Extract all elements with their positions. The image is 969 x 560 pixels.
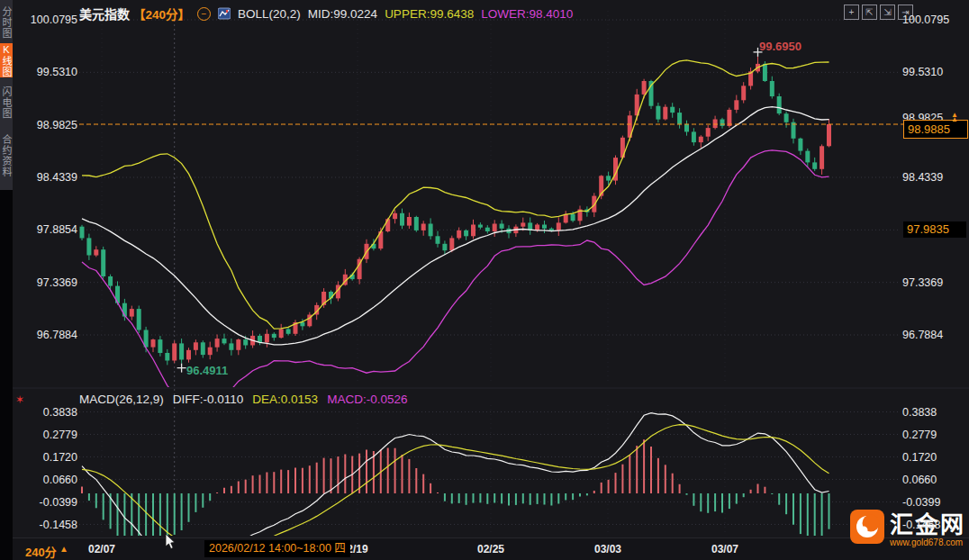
sidebar-gutter: [0, 190, 13, 560]
mouse-cursor: [165, 534, 177, 551]
bottom-period-label[interactable]: 240分: [25, 543, 57, 560]
chart-app: 分时图 K线图 闪电图 合约资料 美元指数 【240分】 − BOLL(20,2…: [0, 0, 969, 560]
boll-label: BOLL(20,2): [238, 7, 301, 21]
macd-axis-label-left: 0.0660: [13, 474, 77, 486]
y-axis-label-left: 99.5310: [13, 66, 77, 78]
zoom-axis-left-icon[interactable]: ⇱: [862, 5, 877, 20]
macd-axis-label-right: 0.0660: [902, 474, 937, 486]
collapse-indicator-icon[interactable]: −: [197, 7, 211, 21]
boll-upper-value: UPPER:99.6438: [385, 7, 474, 21]
boll-mid-value: MID:99.0224: [308, 7, 377, 21]
sidebar-item-contract-info[interactable]: 合约资料: [0, 128, 13, 184]
macd-header: MACD(26,12,9) DIFF:-0.0110 DEA:0.0153 MA…: [79, 393, 407, 406]
logo-url: www.gold678.com: [890, 537, 965, 547]
macd-axis-label-left: -0.0399: [13, 496, 77, 509]
instrument-title: 美元指数: [79, 5, 130, 23]
macd-axis-label-right: 0.1720: [902, 451, 937, 464]
chart-canvas[interactable]: [0, 0, 969, 560]
x-axis-date: 03/07: [711, 543, 738, 555]
y-axis-label-right: 97.3369: [902, 276, 943, 289]
prev-close-box: 97.9835: [903, 221, 966, 238]
period-up-triangle-icon[interactable]: ▲: [59, 544, 68, 554]
current-price-box: 98.9885: [903, 120, 968, 139]
sidebar-item-kline-chart[interactable]: K线图: [0, 43, 13, 77]
macd-axis-label-left: 0.2779: [13, 429, 77, 441]
crosshair-tool-icon[interactable]: +: [844, 5, 859, 20]
macd-diff-value: DIFF:-0.0110: [173, 393, 244, 406]
x-axis-date: 03/03: [594, 543, 621, 555]
bottom-bar: 240分 ▲ 02/07 2/19 02/25 03/03 03/07 2026…: [13, 537, 969, 560]
macd-axis-label-left: 0.3838: [13, 406, 77, 419]
sidebar-item-lightning-chart[interactable]: 闪电图: [0, 81, 13, 124]
indicator-settings-icon[interactable]: ✶: [15, 393, 24, 406]
y-axis-label-right: 100.0795: [902, 14, 949, 26]
indicator-chart-icon[interactable]: [218, 7, 231, 20]
y-axis-label-left: 98.4339: [13, 171, 77, 184]
sidebar-item-time-chart[interactable]: 分时图: [0, 2, 13, 43]
boll-lower-value: LOWER:98.4010: [481, 7, 573, 21]
zoom-axis-right-icon[interactable]: ⇲: [880, 5, 895, 20]
logo-mark-icon: [850, 510, 884, 544]
chart-header: 美元指数 【240分】 − BOLL(20,2) MID:99.0224 UPP…: [79, 5, 573, 23]
macd-axis-label-right: 0.2779: [902, 429, 937, 441]
macd-dea-value: DEA:0.0153: [252, 393, 318, 406]
y-axis-label-left: 97.8854: [13, 223, 77, 236]
y-axis-label-left: 100.0795: [13, 14, 77, 26]
crosshair-time-tooltip: 2026/02/12 14:00~18:00 四: [204, 540, 350, 557]
y-axis-label-left: 96.7884: [13, 329, 77, 341]
y-axis-label-left: 97.3369: [13, 276, 77, 289]
period-label: 【240分】: [133, 5, 190, 23]
x-axis-date: 02/07: [88, 543, 115, 555]
macd-axis-label-right: -0.1458: [902, 519, 940, 531]
macd-axis-label-right: 0.3838: [902, 406, 937, 419]
macd-title: MACD(26,12,9): [79, 393, 164, 406]
macd-macd-value: MACD:-0.0526: [327, 393, 407, 406]
x-axis-date: 02/25: [477, 543, 504, 555]
y-axis-label-right: 96.7884: [902, 329, 943, 341]
y-axis-label-left: 98.9825: [13, 119, 77, 131]
high-price-annotation: 99.6950: [759, 40, 801, 53]
price-up-arrows-icon: ▲▲: [951, 113, 958, 122]
y-axis-label-right: 99.5310: [902, 66, 943, 78]
macd-axis-label-left: 0.1720: [13, 451, 77, 464]
macd-axis-label-left: -0.1458: [13, 519, 77, 531]
y-axis-label-right: 98.4339: [902, 171, 943, 184]
low-price-annotation: 96.4911: [186, 364, 228, 377]
